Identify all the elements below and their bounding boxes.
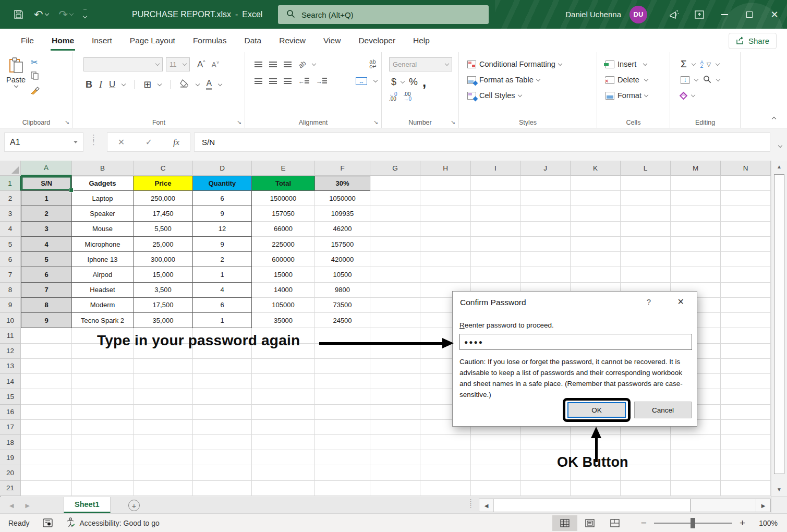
cell-I5[interactable] [471,237,520,252]
bold-button[interactable]: B [86,79,92,90]
cell-C4[interactable]: 5,500 [134,222,193,237]
row-header-7[interactable]: 7 [0,267,21,282]
cell-M19[interactable] [671,450,721,465]
cell-G1[interactable] [370,176,420,191]
middle-align-icon[interactable] [269,62,277,67]
column-header-G[interactable]: G [370,161,420,176]
cell-B2[interactable]: Laptop [72,191,134,206]
cell-B21[interactable] [72,481,134,496]
cell-I20[interactable] [471,465,520,480]
search-box[interactable]: Search (Alt+Q) [278,5,489,24]
cell-E17[interactable] [252,420,315,435]
cell-F20[interactable] [315,465,370,480]
maximize-button[interactable] [737,0,762,29]
borders-chevron[interactable] [158,81,162,86]
column-header-F[interactable]: F [315,161,370,176]
column-header-K[interactable]: K [571,161,621,176]
cell-E6[interactable]: 600000 [252,252,315,267]
cell-N1[interactable] [721,176,771,191]
cell-M5[interactable] [671,237,721,252]
cell-C21[interactable] [134,481,193,496]
cell-L1[interactable] [621,176,671,191]
row-header-9[interactable]: 9 [0,298,21,313]
expand-formula-bar-chevron[interactable] [779,140,782,149]
cell-A3[interactable]: 2 [21,206,72,221]
collapse-ribbon-chevron[interactable] [772,113,776,123]
vertical-scrollbar[interactable]: ▲ ▼ [771,161,787,497]
cell-J1[interactable] [520,176,571,191]
cell-D19[interactable] [193,450,252,465]
cell-J21[interactable] [520,481,571,496]
cell-H19[interactable] [420,450,471,465]
cell-L5[interactable] [621,237,671,252]
cell-K2[interactable] [571,191,621,206]
sort-funnel-icon[interactable]: ▽ [707,61,711,68]
zoom-level[interactable]: 100% [753,519,778,527]
cell-B19[interactable] [72,450,134,465]
cell-styles-button[interactable]: Cell Styles [467,88,597,103]
horizontal-scroll-thumb[interactable] [494,499,691,512]
insert-function-icon[interactable]: fx [173,137,179,148]
save-button[interactable] [14,9,23,19]
cell-G20[interactable] [370,465,420,480]
tab-formulas[interactable]: Formulas [186,29,234,52]
cell-F10[interactable]: 24500 [315,313,370,328]
cell-M6[interactable] [671,252,721,267]
cell-E15[interactable] [252,389,315,404]
cell-I6[interactable] [471,252,520,267]
cell-B14[interactable] [72,374,134,389]
cell-N21[interactable] [721,481,771,496]
bottom-align-icon[interactable] [284,62,292,67]
cell-B9[interactable]: Moderm [72,298,134,313]
cell-A2[interactable]: 1 [21,191,72,206]
cell-D2[interactable]: 6 [193,191,252,206]
cancel-button[interactable]: Cancel [634,402,692,418]
row-header-18[interactable]: 18 [0,435,21,450]
cell-C6[interactable]: 300,000 [134,252,193,267]
row-header-11[interactable]: 11 [0,328,21,343]
cell-N18[interactable] [721,435,771,450]
cell-B3[interactable]: Speaker [72,206,134,221]
percent-icon[interactable]: % [409,76,418,88]
cell-F12[interactable] [315,344,370,359]
cell-G6[interactable] [370,252,420,267]
cell-H2[interactable] [420,191,471,206]
sheet-nav-right-arrow[interactable]: ▶ [25,502,29,509]
cell-G15[interactable] [370,389,420,404]
cell-I19[interactable] [471,450,520,465]
user-name[interactable]: Daniel Uchenna [565,10,621,19]
cell-G14[interactable] [370,374,420,389]
cell-B5[interactable]: Microphone [72,237,134,252]
cell-K4[interactable] [571,222,621,237]
cell-M20[interactable] [671,465,721,480]
currency-icon[interactable]: $ [391,77,396,88]
cell-A17[interactable] [21,420,72,435]
cell-A10[interactable]: 9 [21,313,72,328]
tab-developer[interactable]: Developer [351,29,403,52]
font-name-combobox[interactable] [83,57,163,71]
zoom-slider-handle[interactable] [691,518,695,528]
cell-L18[interactable] [621,435,671,450]
cell-N5[interactable] [721,237,771,252]
cell-M4[interactable] [671,222,721,237]
cell-G4[interactable] [370,222,420,237]
cell-D21[interactable] [193,481,252,496]
redo-button[interactable]: ↷ [59,8,74,21]
clipboard-dialog-launcher[interactable]: ↘ [65,119,69,126]
cell-D10[interactable]: 1 [193,313,252,328]
increase-font-icon[interactable]: A^ [197,59,205,70]
cell-D5[interactable]: 9 [193,237,252,252]
cell-N12[interactable] [721,344,771,359]
cell-H3[interactable] [420,206,471,221]
cancel-entry-icon[interactable]: ✕ [118,137,125,147]
row-header-17[interactable]: 17 [0,420,21,435]
cell-A11[interactable] [21,328,72,343]
cell-B4[interactable]: Mouse [72,222,134,237]
cell-D1[interactable]: Quantity [193,176,252,191]
cell-F1[interactable]: 30% [315,176,370,191]
cell-E3[interactable]: 157050 [252,206,315,221]
cell-D13[interactable] [193,359,252,374]
decrease-indent-icon[interactable]: ← [298,78,309,85]
cell-C15[interactable] [134,389,193,404]
dialog-help-button[interactable]: ? [647,297,651,306]
